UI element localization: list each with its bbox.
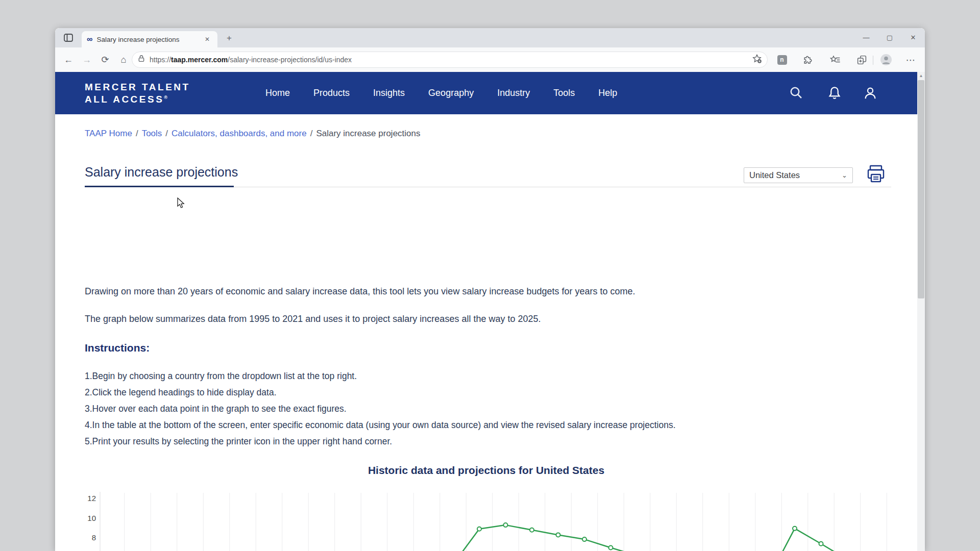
browser-window: ∞ Salary increase projections ✕ + — ▢ ✕ … xyxy=(55,28,925,551)
collections-add-star-icon[interactable] xyxy=(752,54,762,66)
menu-item-insights[interactable]: Insights xyxy=(373,88,405,98)
country-dropdown[interactable]: United States ⌄ xyxy=(744,167,853,183)
country-dropdown-value: United States xyxy=(749,170,842,180)
menu-item-geography[interactable]: Geography xyxy=(428,88,474,98)
menu-item-industry[interactable]: Industry xyxy=(497,88,530,98)
green-line-point[interactable] xyxy=(582,537,586,541)
site-menu: Home Products Insights Geography Industr… xyxy=(265,72,617,114)
forward-button[interactable]: → xyxy=(80,53,94,67)
green-line-point[interactable] xyxy=(477,527,481,531)
green-line-point[interactable] xyxy=(609,546,613,550)
intro-paragraph-2: The graph below summarizes data from 199… xyxy=(85,314,541,324)
address-bar[interactable]: https://taap.mercer.com/salary-increase-… xyxy=(132,52,768,68)
intro-paragraph-1: Drawing on more than 20 years of economi… xyxy=(85,286,635,297)
page-scrollbar[interactable]: ▲ xyxy=(917,72,925,551)
instruction-step-4: 4.In the table at the bottom of the scre… xyxy=(85,420,676,431)
title-underline xyxy=(85,186,234,187)
tab-strip: ∞ Salary increase projections ✕ + — ▢ ✕ xyxy=(55,28,925,47)
scrollbar-up-arrow[interactable]: ▲ xyxy=(917,73,925,78)
page-content: TAAP Home/Tools/Calculators, dashboards,… xyxy=(55,114,917,551)
mercer-taap-logo[interactable]: MERCER TALENT ALL ACCESS® xyxy=(85,81,190,106)
green-line-point[interactable] xyxy=(504,523,508,527)
window-maximize-button[interactable]: ▢ xyxy=(878,28,901,46)
y-tick-label: 8 xyxy=(92,533,96,542)
home-button[interactable]: ⌂ xyxy=(116,53,131,67)
extensions-icon[interactable] xyxy=(801,54,814,66)
notifications-bell-icon[interactable] xyxy=(827,85,843,102)
reload-button[interactable]: ⟳ xyxy=(98,53,112,67)
window-close-button[interactable]: ✕ xyxy=(901,28,925,46)
green-line-point[interactable] xyxy=(530,528,534,532)
breadcrumb-taap-home[interactable]: TAAP Home xyxy=(85,129,132,138)
green-line-point[interactable] xyxy=(556,533,560,537)
back-button[interactable]: ← xyxy=(61,53,76,67)
printer-icon[interactable] xyxy=(866,164,886,184)
green-line-point[interactable] xyxy=(793,527,797,531)
browser-toolbar: ← → ⟳ ⌂ https://taap.mercer.com/salary-i… xyxy=(55,47,925,72)
tab-title: Salary increase projections xyxy=(96,36,202,43)
instruction-step-2: 2.Click the legend headings to hide disp… xyxy=(85,387,277,398)
instruction-step-5: 5.Print your results by selecting the pr… xyxy=(85,436,392,447)
breadcrumb-tools[interactable]: Tools xyxy=(142,129,162,138)
menu-item-help[interactable]: Help xyxy=(598,88,617,98)
chevron-down-icon: ⌄ xyxy=(842,171,847,179)
toolbar-divider xyxy=(873,56,873,65)
url-text[interactable]: https://taap.mercer.com/salary-increase-… xyxy=(150,56,752,64)
chart-heading: Historic data and projections for United… xyxy=(55,464,917,477)
site-navbar: MERCER TALENT ALL ACCESS® Home Products … xyxy=(55,72,917,114)
extension-n-icon[interactable]: n xyxy=(776,54,788,66)
search-icon[interactable] xyxy=(789,85,805,102)
menu-item-tools[interactable]: Tools xyxy=(553,88,575,98)
scrollbar-thumb[interactable] xyxy=(918,80,924,298)
new-tab-button[interactable]: + xyxy=(224,33,235,43)
breadcrumb: TAAP Home/Tools/Calculators, dashboards,… xyxy=(85,129,421,139)
account-person-icon[interactable] xyxy=(863,85,879,102)
y-tick-label: 12 xyxy=(87,494,96,503)
page-title: Salary increase projections xyxy=(85,165,238,180)
tab-close-icon[interactable]: ✕ xyxy=(202,35,212,44)
favorites-list-icon[interactable] xyxy=(829,54,841,66)
y-tick-label: 10 xyxy=(87,514,96,522)
salary-projections-chart[interactable]: 24681012 xyxy=(84,490,902,551)
breadcrumb-calculators[interactable]: Calculators, dashboards, and more xyxy=(172,129,307,138)
collections-icon[interactable] xyxy=(855,54,868,66)
instruction-step-1: 1.Begin by choosing a country from the d… xyxy=(85,371,357,382)
profile-avatar[interactable] xyxy=(880,54,892,66)
browser-menu-icon[interactable]: ⋯ xyxy=(904,54,917,66)
instruction-step-3: 3.Hover over each data point in the grap… xyxy=(85,404,347,414)
window-minimize-button[interactable]: — xyxy=(854,28,878,46)
tab-actions-icon[interactable] xyxy=(62,32,75,43)
instructions-heading: Instructions: xyxy=(85,342,150,354)
browser-tab[interactable]: ∞ Salary increase projections ✕ xyxy=(82,31,217,47)
menu-item-products[interactable]: Products xyxy=(313,88,350,98)
mercer-favicon-icon: ∞ xyxy=(87,35,92,43)
breadcrumb-current: Salary increase projections xyxy=(316,129,420,138)
lock-icon[interactable] xyxy=(137,55,145,65)
menu-item-home[interactable]: Home xyxy=(265,88,290,98)
green-line-point[interactable] xyxy=(819,542,823,546)
